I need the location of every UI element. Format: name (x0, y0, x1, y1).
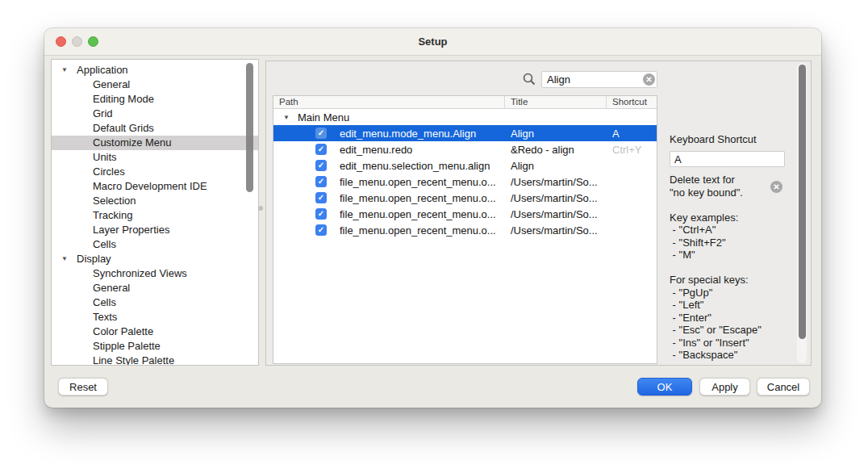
disclosure-triangle-icon[interactable]: ▼ (61, 63, 68, 77)
title-cell: /Users/martin/So... (505, 208, 607, 220)
sidebar-item-application[interactable]: ▼Application (52, 63, 258, 77)
help-line: - "Enter" (670, 312, 799, 325)
column-header-shortcut[interactable]: Shortcut (607, 96, 657, 108)
sidebar-item-color-palette[interactable]: Color Palette (52, 325, 258, 339)
titlebar[interactable]: Setup (44, 28, 821, 56)
zoom-button-icon[interactable] (88, 36, 98, 47)
title-cell: /Users/martin/So... (505, 176, 607, 188)
minimize-button-icon[interactable] (72, 36, 82, 47)
table-group-row-main-menu[interactable]: ▼Main Menu (273, 109, 657, 125)
clear-shortcut-icon[interactable]: ✕ (770, 181, 782, 193)
help-line: - "Left" (670, 299, 799, 312)
title-cell: /Users/martin/So... (505, 224, 607, 237)
sidebar-item-label: Synchronized Views (93, 267, 187, 279)
sidebar-item-label: General (93, 282, 130, 294)
checkbox-checked[interactable]: ✓ (315, 224, 327, 236)
title-cell: &Redo - align (505, 144, 607, 156)
clear-search-icon[interactable]: ✕ (643, 73, 655, 86)
table-row[interactable]: ✓edit_menu.selection_menu.align Align (273, 157, 657, 174)
sidebar-item-label: Circles (93, 165, 125, 178)
sidebar-item-display[interactable]: ▼Display (52, 252, 258, 266)
sidebar-item-circles[interactable]: Circles (52, 165, 258, 179)
right-panel-scrollbar[interactable] (799, 65, 806, 339)
close-button-icon[interactable] (56, 36, 66, 47)
sidebar-item-line-style-palette[interactable]: Line Style Palette (52, 354, 258, 366)
table-row[interactable]: ✓file_menu.open_recent_menu.o... /Users/… (273, 190, 657, 206)
checkbox-checked[interactable]: ✓ (315, 176, 327, 187)
disclosure-triangle-icon[interactable]: ▼ (283, 114, 290, 121)
path-cell: file_menu.open_recent_menu.o... (340, 208, 496, 220)
sidebar-item-editing-mode[interactable]: Editing Mode (52, 92, 258, 107)
sidebar-item-general-display[interactable]: General (52, 281, 258, 295)
sidebar-item-label: Cells (93, 238, 116, 250)
checkbox-checked[interactable]: ✓ (315, 192, 327, 203)
path-cell: file_menu.open_recent_menu.o... (340, 192, 496, 204)
help-line: - "Ins" or "Insert" (670, 337, 799, 350)
sidebar-item-label: Display (77, 253, 111, 265)
checkbox-checked[interactable]: ✓ (315, 208, 327, 220)
sidebar-item-label: Macro Development IDE (93, 180, 207, 192)
path-cell: edit_menu.redo (340, 144, 412, 156)
help-line: - "Ctrl+A" (670, 224, 799, 237)
sidebar-item-synchronized-views[interactable]: Synchronized Views (52, 266, 258, 281)
shortcut-cell: A (607, 128, 657, 140)
help-line: - "Shift+F2" (670, 237, 799, 249)
title-cell: Align (505, 160, 607, 172)
column-header-path[interactable]: Path (273, 96, 505, 108)
cancel-button[interactable]: Cancel (757, 378, 810, 396)
sidebar-item-stipple-palette[interactable]: Stipple Palette (52, 339, 258, 354)
table-row[interactable]: ✓file_menu.open_recent_menu.o... /Users/… (273, 174, 657, 190)
table-row[interactable]: ✓file_menu.open_recent_menu.o... /Users/… (273, 206, 657, 222)
settings-category-tree: ▼Application General Editing Mode Grid D… (51, 59, 259, 366)
column-header-title[interactable]: Title (505, 96, 607, 108)
search-icon (522, 72, 536, 86)
sidebar-item-label: Selection (93, 195, 136, 207)
help-line (670, 199, 799, 211)
sidebar-item-customize-menu[interactable]: Customize Menu (52, 136, 258, 150)
sidebar-item-macro-development-ide[interactable]: Macro Development IDE (52, 179, 258, 194)
window-controls (56, 36, 98, 47)
path-cell: file_menu.open_recent_menu.o... (340, 224, 496, 237)
checkbox-checked[interactable]: ✓ (315, 144, 327, 155)
table-row[interactable]: ✓edit_menu.redo &Redo - align Ctrl+Y (273, 141, 657, 157)
sidebar-item-tracking[interactable]: Tracking (52, 208, 258, 223)
reset-button[interactable]: Reset (58, 378, 108, 396)
sidebar-item-general[interactable]: General (52, 77, 258, 92)
shortcut-cell: Ctrl+Y (607, 144, 657, 156)
sidebar-item-default-grids[interactable]: Default Grids (52, 121, 258, 136)
keyboard-shortcut-input[interactable] (670, 151, 785, 167)
checkbox-checked[interactable]: ✓ (315, 160, 327, 171)
group-label: Main Menu (298, 111, 349, 124)
path-cell: edit_menu.mode_menu.Align (340, 128, 476, 140)
table-row[interactable]: ✓edit_menu.mode_menu.Align Align A (273, 125, 657, 141)
sidebar-item-label: Units (93, 151, 117, 163)
help-line: - "PgUp" (670, 287, 799, 299)
ok-button[interactable]: OK (637, 378, 692, 396)
sidebar-item-label: Stipple Palette (93, 340, 161, 352)
sidebar-item-grid[interactable]: Grid (52, 107, 258, 121)
tree-list: ▼Application General Editing Mode Grid D… (52, 60, 258, 366)
title-cell: Align (505, 128, 607, 140)
sidebar-item-cells[interactable]: Cells (52, 237, 258, 252)
sidebar-item-layer-properties[interactable]: Layer Properties (52, 223, 258, 237)
splitter-handle[interactable] (258, 206, 263, 211)
sidebar-item-selection[interactable]: Selection (52, 194, 258, 208)
sidebar-scrollbar[interactable] (246, 63, 253, 192)
keyboard-shortcut-panel: Keyboard Shortcut Delete text for "no ke… (670, 132, 799, 362)
search-input[interactable] (541, 71, 657, 88)
title-cell: /Users/martin/So... (505, 192, 607, 204)
help-line: - "Backspace" (670, 349, 799, 362)
disclosure-triangle-icon[interactable]: ▼ (61, 252, 68, 266)
path-cell: edit_menu.selection_menu.align (340, 160, 490, 172)
sidebar-item-units[interactable]: Units (52, 150, 258, 165)
sidebar-item-cells-display[interactable]: Cells (52, 295, 258, 310)
table-row[interactable]: ✓file_menu.open_recent_menu.o... /Users/… (273, 222, 657, 238)
window-title: Setup (418, 36, 447, 48)
sidebar-item-texts[interactable]: Texts (52, 310, 258, 325)
help-line: For special keys: (670, 274, 799, 287)
shortcut-help-text: Delete text for "no key bound". Key exam… (670, 174, 799, 362)
checkbox-checked[interactable]: ✓ (315, 128, 327, 139)
apply-button[interactable]: Apply (699, 378, 750, 396)
help-line: - "Esc" or "Escape" (670, 324, 799, 337)
sidebar-item-label: Default Grids (93, 122, 154, 134)
